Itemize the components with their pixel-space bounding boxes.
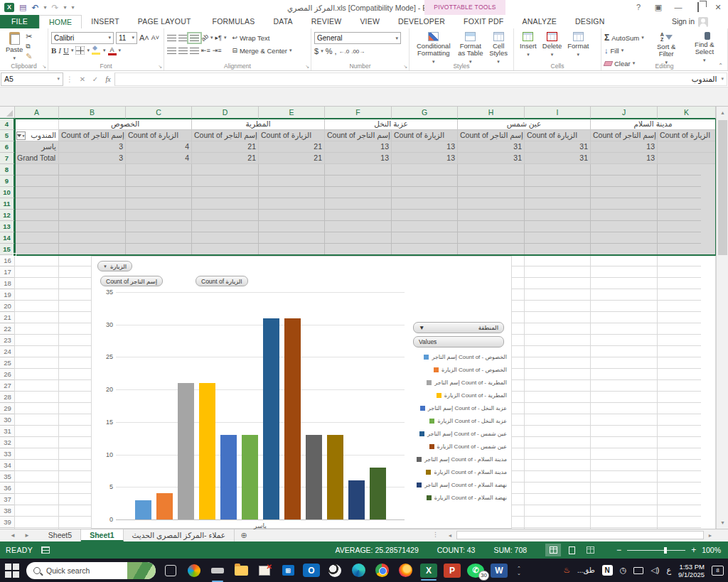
macro-record-icon[interactable] bbox=[41, 546, 50, 554]
zoom-slider-thumb[interactable] bbox=[664, 547, 667, 554]
ribbon-tab-home[interactable]: HOME bbox=[39, 15, 82, 28]
pivot-value-cell[interactable]: 31 bbox=[458, 141, 525, 153]
format-painter-icon[interactable]: ✎ bbox=[26, 52, 32, 61]
sheet-tab-Sheet5[interactable]: Sheet5 bbox=[40, 529, 81, 541]
pivot-field-header[interactable]: Count of إسم التاجر bbox=[591, 130, 658, 141]
ribbon-tab-data[interactable]: DATA bbox=[264, 15, 302, 28]
ribbon-tab-developer[interactable]: DEVELOPER bbox=[389, 15, 454, 28]
row-header-25[interactable]: 25 bbox=[0, 357, 15, 369]
row-header-10[interactable]: 10 bbox=[0, 187, 15, 198]
ribbon-display-options-button[interactable]: ▣ bbox=[648, 0, 668, 15]
grow-font-icon[interactable]: A˄ bbox=[139, 33, 149, 42]
column-header-G[interactable]: G bbox=[392, 107, 458, 119]
percent-icon[interactable]: % bbox=[326, 47, 333, 55]
legend-item[interactable]: نهضة السلام - Count of إسم التاجر bbox=[413, 478, 507, 491]
pivot-value-cell[interactable]: 21 bbox=[259, 153, 325, 164]
redo-caret-icon[interactable]: ▾ bbox=[64, 4, 67, 11]
row-header-34[interactable]: 34 bbox=[0, 460, 15, 471]
chart-bar[interactable] bbox=[348, 480, 365, 519]
cancel-entry-icon[interactable]: ✕ bbox=[76, 75, 89, 83]
pivot-region-header[interactable]: عزبة النخل bbox=[325, 119, 458, 130]
pivot-value-cell[interactable]: 13 bbox=[591, 153, 658, 164]
chrome-icon[interactable] bbox=[373, 562, 390, 579]
row-header-21[interactable]: 21 bbox=[0, 312, 15, 323]
help-button[interactable]: ? bbox=[628, 0, 648, 15]
chart-bar[interactable] bbox=[284, 318, 301, 519]
decrease-decimal-icon[interactable]: .00→ bbox=[351, 48, 365, 55]
currency-icon[interactable]: $ bbox=[314, 47, 318, 55]
chart-bar[interactable] bbox=[263, 318, 279, 519]
pivot-value-cell[interactable]: 31 bbox=[458, 153, 525, 164]
ribbon-tab-review[interactable]: REVIEW bbox=[302, 15, 351, 28]
football-app-icon[interactable] bbox=[326, 562, 343, 579]
legend-item[interactable]: مدينة السلام - Count of الزيارة bbox=[413, 465, 507, 478]
pivot-grand-total-label[interactable]: Grand Total bbox=[15, 153, 59, 164]
scroll-left-icon[interactable]: ◄ bbox=[444, 533, 456, 538]
pivot-value-cell[interactable]: 3 bbox=[59, 153, 126, 164]
italic-button[interactable]: I bbox=[58, 46, 61, 55]
volume-icon[interactable]: ◁) bbox=[651, 566, 659, 575]
formula-input[interactable]: ▾ المندوب bbox=[114, 72, 727, 86]
restore-button[interactable] bbox=[688, 0, 708, 15]
font-color-icon[interactable]: A bbox=[108, 46, 117, 55]
column-header-K[interactable]: K bbox=[658, 107, 716, 119]
ribbon-tab-view[interactable]: VIEW bbox=[350, 15, 389, 28]
scroll-right-icon[interactable]: ► bbox=[705, 533, 716, 538]
pivot-field-header[interactable]: Count of الزيارة bbox=[658, 130, 716, 141]
clock[interactable]: 1:53 PM 9/1/2025 bbox=[678, 563, 705, 578]
row-header-8[interactable]: 8 bbox=[0, 164, 15, 176]
chart-legend-values-button[interactable]: Values bbox=[413, 336, 504, 347]
name-box[interactable]: A5 ▾ bbox=[1, 72, 63, 86]
row-header-29[interactable]: 29 bbox=[0, 403, 15, 414]
pivot-field-header[interactable]: Count of الزيارة bbox=[259, 130, 325, 141]
column-header-J[interactable]: J bbox=[591, 107, 658, 119]
align-right-icon[interactable] bbox=[190, 48, 199, 54]
legend-item[interactable]: عزبة النخل - Count of إسم التاجر bbox=[413, 402, 507, 414]
pivot-region-header[interactable]: المطرية bbox=[192, 119, 325, 130]
undo-caret-icon[interactable]: ▾ bbox=[43, 4, 46, 11]
row-header-24[interactable]: 24 bbox=[0, 346, 15, 357]
ribbon-tab-analyze[interactable]: ANALYZE bbox=[513, 15, 565, 28]
column-header-E[interactable]: E bbox=[259, 107, 325, 119]
font-name-combo[interactable]: Calibri▾ bbox=[51, 32, 114, 44]
row-header-4[interactable]: 4 bbox=[0, 119, 15, 130]
network-display-icon[interactable] bbox=[633, 567, 643, 574]
clipboard-dialog-launcher-icon[interactable]: ↘ bbox=[42, 64, 46, 70]
row-header-26[interactable]: 26 bbox=[0, 369, 15, 380]
row-header-18[interactable]: 18 bbox=[0, 278, 15, 289]
word-icon[interactable]: W bbox=[491, 564, 508, 578]
drive-app-icon[interactable] bbox=[209, 562, 226, 579]
pivot-value-cell[interactable] bbox=[658, 141, 716, 153]
ribbon-tab-insert[interactable]: INSERT bbox=[82, 15, 129, 28]
insert-cells-button[interactable]: Insert ▾ bbox=[517, 31, 540, 60]
row-header-27[interactable]: 27 bbox=[0, 380, 15, 392]
row-header-12[interactable]: 12 bbox=[0, 210, 15, 221]
row-header-28[interactable]: 28 bbox=[0, 392, 15, 403]
row-header-11[interactable]: 11 bbox=[0, 198, 15, 210]
notification-center-icon[interactable]: 8 bbox=[712, 566, 724, 576]
conditional-formatting-button[interactable]: Conditional Formatting ▾ bbox=[412, 31, 455, 67]
sign-in[interactable]: Sign in bbox=[672, 15, 708, 28]
pivot-region-header[interactable]: مدينة السلام bbox=[591, 119, 716, 130]
row-header-9[interactable]: 9 bbox=[0, 176, 15, 187]
ribbon-tab-design[interactable]: DESIGN bbox=[566, 15, 614, 28]
legend-item[interactable]: الخصوص - Count of الزيارة bbox=[413, 363, 507, 376]
column-header-D[interactable]: D bbox=[192, 107, 259, 119]
pivot-value-cell[interactable]: 3 bbox=[59, 141, 126, 153]
pivot-value-cell[interactable]: 4 bbox=[126, 141, 192, 153]
row-header-5[interactable]: 5 bbox=[0, 130, 15, 141]
pivot-value-cell[interactable] bbox=[658, 153, 716, 164]
column-header-B[interactable]: B bbox=[59, 107, 126, 119]
pivot-value-cell[interactable]: 13 bbox=[591, 141, 658, 153]
chart-bar[interactable] bbox=[156, 493, 173, 519]
pivot-row-label[interactable]: ياسر bbox=[15, 141, 59, 153]
wrap-text-button[interactable]: ↩ Wrap Text bbox=[232, 32, 291, 43]
ribbon-tab-foxit-pdf[interactable]: FOXIT PDF bbox=[454, 15, 513, 28]
legend-item[interactable]: مدينة السلام - Count of إسم التاجر bbox=[413, 453, 507, 465]
row-header-33[interactable]: 33 bbox=[0, 448, 15, 460]
chart-bar[interactable] bbox=[199, 383, 215, 519]
new-sheet-button[interactable]: ⊕ bbox=[235, 529, 253, 541]
redo-icon[interactable]: ↷ bbox=[51, 3, 58, 13]
number-dialog-launcher-icon[interactable]: ↘ bbox=[403, 64, 407, 70]
pivot-field-header[interactable]: Count of الزيارة bbox=[392, 130, 458, 141]
